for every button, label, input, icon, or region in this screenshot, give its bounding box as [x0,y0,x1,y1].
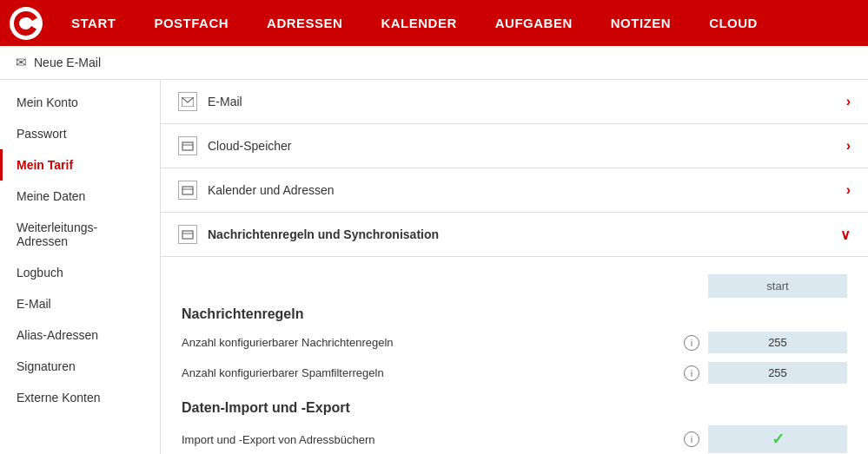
feature-row-spamfilterregeln-count: Anzahl konfigurierbarer Spamfilterregeln… [182,358,847,388]
vodafone-logo[interactable] [0,0,52,46]
chevron-down-icon: ∨ [840,227,851,243]
feature-row-adressbucher: Import und -Export von Adressbüchern i ✓ [182,421,847,454]
nav-item-postfach[interactable]: POSTFACH [135,0,248,46]
sidebar-item-email[interactable]: E-Mail [0,288,160,319]
value-nachrichtenregeln-count: 255 [708,332,847,353]
accordion-row-nachrichtenregeln[interactable]: Nachrichtenregeln und Synchronisation ∨ [161,213,868,257]
kalender-section-icon [178,181,197,200]
envelope-icon: ✉ [16,55,27,70]
sidebar-item-signaturen[interactable]: Signaturen [0,351,160,382]
section-nachrichtenregeln: Nachrichtenregeln Anzahl konfigurierbare… [182,298,847,388]
accordion-row-email[interactable]: E-Mail › [161,80,868,124]
info-icon-1[interactable]: i [684,335,699,351]
nav-item-kalender[interactable]: KALENDER [361,0,475,46]
feature-label-adressbucher: Import und -Export von Adressbüchern [182,433,684,446]
accordion-row-kalender-adressen[interactable]: Kalender und Adressen › [161,168,868,213]
accordion-row-cloud-speicher[interactable]: Cloud-Speicher › [161,124,868,168]
sidebar: Mein Konto Passwort Mein Tarif Meine Dat… [0,80,161,454]
svg-rect-2 [182,142,193,150]
check-icon-adressbucher: ✓ [772,431,785,448]
nav-item-notizen[interactable]: NOTIZEN [592,0,690,46]
accordion-label-email: E-Mail [208,95,836,109]
new-email-bar[interactable]: ✉ Neue E-Mail [0,46,868,80]
section-daten-import-export: Daten-Import und -Export Import und -Exp… [182,391,847,454]
accordion-label-nachrichtenregeln: Nachrichtenregeln und Synchronisation [208,227,830,241]
cloud-speicher-section-icon [178,136,197,155]
top-navigation: START POSTFACH ADRESSEN KALENDER AUFGABE… [0,0,868,46]
value-adressbucher: ✓ [708,425,847,453]
page-layout: Mein Konto Passwort Mein Tarif Meine Dat… [0,80,868,454]
sidebar-item-mein-tarif[interactable]: Mein Tarif [0,149,160,181]
info-icon-2[interactable]: i [684,365,699,381]
sidebar-item-logbuch[interactable]: Logbuch [0,257,160,288]
section-title-daten-import-export: Daten-Import und -Export [182,391,847,421]
nav-item-aufgaben[interactable]: AUFGABEN [476,0,592,46]
svg-rect-6 [182,231,193,239]
chevron-right-icon-2: › [846,138,851,154]
sidebar-item-weiterleitungs-adressen[interactable]: Weiterleitungs-Adressen [0,212,160,257]
feature-row-nachrichtenregeln-count: Anzahl konfigurierbarer Nachrichtenregel… [182,327,847,358]
accordion-label-kalender-adressen: Kalender und Adressen [208,183,836,197]
sidebar-item-passwort[interactable]: Passwort [0,118,160,149]
nav-item-adressen[interactable]: ADRESSEN [248,0,361,46]
feature-label-spamfilterregeln-count: Anzahl konfigurierbarer Spamfilterregeln [182,366,684,379]
accordion-label-cloud-speicher: Cloud-Speicher [208,139,836,153]
expanded-panel: start Nachrichtenregeln Anzahl konfiguri… [161,257,868,454]
email-section-icon [178,92,197,111]
col-header-start: start [708,274,847,298]
main-content: E-Mail › Cloud-Speicher › Kalender und A… [161,80,868,454]
value-spamfilterregeln-count: 255 [708,362,847,384]
col-header-row: start [182,274,847,298]
nav-items: START POSTFACH ADRESSEN KALENDER AUFGABE… [52,0,777,46]
sidebar-item-mein-konto[interactable]: Mein Konto [0,87,160,118]
section-title-nachrichtenregeln: Nachrichtenregeln [182,298,847,327]
new-email-label: Neue E-Mail [34,56,101,69]
info-icon-3[interactable]: i [684,431,699,447]
nav-item-cloud[interactable]: CLOUD [690,0,777,46]
sidebar-item-meine-daten[interactable]: Meine Daten [0,181,160,212]
chevron-right-icon: › [846,94,851,109]
nav-item-start[interactable]: START [52,0,135,46]
feature-label-nachrichtenregeln-count: Anzahl konfigurierbarer Nachrichtenregel… [182,336,684,349]
nachrichtenregeln-section-icon [178,225,197,244]
sidebar-item-alias-adressen[interactable]: Alias-Adressen [0,319,160,351]
chevron-right-icon-3: › [846,182,851,198]
sidebar-item-externe-konten[interactable]: Externe Konten [0,382,160,413]
svg-rect-4 [182,187,193,194]
